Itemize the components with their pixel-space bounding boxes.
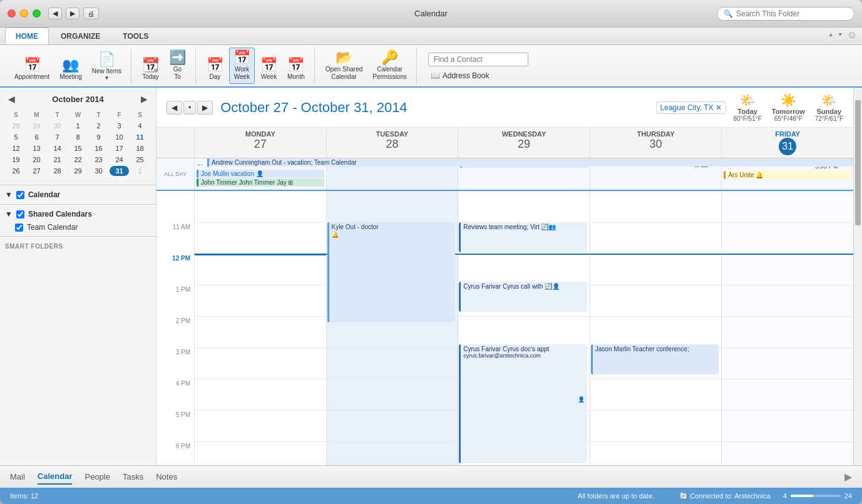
ribbon: 📅 Appointment 👥 Meeting 📄 New Items ▼ 📆 … — [0, 45, 862, 88]
day-view-button[interactable]: 📅 Day — [202, 55, 228, 84]
mini-cal-day[interactable]: 2 — [89, 121, 108, 131]
mini-cal-day[interactable]: 5 — [6, 132, 26, 142]
shared-calendars-checkbox[interactable] — [16, 210, 24, 219]
calendar-permissions-button[interactable]: 🔑 CalendarPermissions — [368, 48, 411, 84]
mini-cal-day[interactable]: 19 — [6, 155, 26, 165]
location-badge[interactable]: League City, TX ✕ — [656, 101, 726, 114]
week-view-button[interactable]: 📅 Week — [256, 55, 282, 84]
allday-span-event[interactable]: Andrew Cunningham Out - vacation; Team C… — [207, 158, 853, 167]
mini-cal-day[interactable]: 23 — [89, 155, 108, 165]
mini-cal-day[interactable]: 12 — [6, 143, 26, 153]
mini-cal-today[interactable]: 31 — [110, 166, 129, 176]
mini-cal-day[interactable]: 29 — [27, 121, 46, 131]
time-cell-thu-2 — [590, 316, 722, 347]
nav-mail[interactable]: Mail — [10, 470, 25, 484]
today-icon: 📆 — [142, 58, 159, 72]
ribbon-scroll-up[interactable]: ▲ — [828, 32, 834, 38]
mini-cal-day[interactable]: 11 — [130, 132, 150, 142]
nav-notes[interactable]: Notes — [156, 470, 177, 484]
event-cyrus-call-title: Cyrus Farivar Cyrus call with 🔄👤 — [463, 283, 585, 290]
maximize-button[interactable] — [33, 9, 41, 18]
today-button[interactable]: 📆 Today — [138, 55, 163, 84]
appointment-button[interactable]: 📅 Appointment — [10, 55, 54, 84]
calendar-checkbox[interactable] — [16, 191, 24, 199]
mini-cal-day[interactable]: 30 — [48, 121, 67, 131]
cal-time-scroll[interactable]: 11 AM 12 PM — [156, 191, 853, 465]
address-book-button[interactable]: 📖 Address Book — [428, 70, 528, 81]
scrollbar-thumb[interactable] — [855, 100, 861, 225]
time-cell-thu-5 — [590, 410, 722, 441]
time-cell-fri-6 — [721, 441, 853, 465]
minimize-button[interactable] — [20, 9, 28, 18]
month-view-button[interactable]: 📅 Month — [283, 55, 309, 84]
search-input[interactable] — [736, 9, 848, 18]
mini-cal-day[interactable]: 17 — [110, 143, 129, 153]
event-cyrus-doc[interactable]: Cyrus Farivar Cyrus doc's appt cyrus.far… — [459, 344, 587, 463]
mini-cal-day[interactable]: 3 — [110, 121, 129, 131]
mini-cal-day[interactable]: 30 — [89, 166, 108, 176]
allday-event-joe[interactable]: Joe Mullin vacation 👤 — [197, 170, 324, 178]
sidebar-shared-calendars-section[interactable]: ▼ Shared Calendars — [0, 207, 156, 221]
mini-cal-day[interactable]: 20 — [27, 155, 46, 165]
mini-cal-day[interactable]: 9 — [89, 132, 108, 142]
print-button[interactable]: 🖨 — [83, 8, 99, 19]
mini-cal-day[interactable]: 25 — [130, 155, 150, 165]
mini-cal-day[interactable]: 14 — [48, 143, 67, 153]
go-to-button[interactable]: ➡️ GoTo — [165, 48, 190, 84]
tab-home[interactable]: HOME — [5, 28, 49, 44]
nav-expand-arrow[interactable]: ▶ — [844, 471, 852, 483]
allday-event-john[interactable]: John Timmer John Timmer Jay ⊞ — [197, 178, 324, 187]
mini-cal-day[interactable]: 28 — [6, 121, 26, 131]
meeting-button[interactable]: 👥 Meeting — [55, 55, 86, 84]
mini-cal-day[interactable]: 10 — [110, 132, 129, 142]
nav-calendar[interactable]: Calendar — [38, 469, 73, 485]
work-week-view-button[interactable]: 📅 WorkWeek — [229, 48, 255, 84]
mini-cal-day[interactable]: 4 — [130, 121, 150, 131]
mini-cal-day[interactable]: 7 — [48, 132, 67, 142]
mini-cal-day[interactable]: 13 — [27, 143, 46, 153]
mini-cal-day[interactable]: 24 — [110, 155, 129, 165]
team-calendar-checkbox[interactable] — [15, 224, 23, 232]
mini-cal-day[interactable]: 8 — [68, 132, 88, 142]
find-contact-input[interactable] — [428, 53, 528, 66]
close-button[interactable] — [8, 9, 16, 18]
tab-organize[interactable]: ORGANIZE — [50, 28, 111, 44]
mini-cal-day[interactable]: 1 — [130, 166, 150, 176]
mini-cal-day[interactable]: 16 — [89, 143, 108, 153]
sidebar-calendar-section[interactable]: ▼ Calendar — [0, 188, 156, 202]
cal-nav-today-dot[interactable]: • — [183, 101, 196, 115]
back-button[interactable]: ◀ — [48, 8, 62, 19]
mini-cal-day[interactable]: 15 — [68, 143, 88, 153]
forward-button[interactable]: ▶ — [66, 8, 80, 19]
allday-event-ars[interactable]: Ars Unite 🔔 — [724, 171, 851, 179]
mini-cal-prev[interactable]: ◀ — [5, 93, 18, 105]
nav-tasks[interactable]: Tasks — [123, 470, 143, 484]
mini-cal-day[interactable]: 27 — [27, 166, 46, 176]
open-shared-calendar-button[interactable]: 📂 Open SharedCalendar — [321, 48, 367, 84]
cal-nav-right-btn[interactable]: ▶ — [197, 101, 213, 115]
mini-cal-day[interactable]: 29 — [68, 166, 88, 176]
address-book-label: Address Book — [443, 71, 490, 80]
event-jason-teacher[interactable]: Jason Marlin Teacher conference; — [591, 344, 719, 374]
mini-cal-day[interactable]: 26 — [6, 166, 26, 176]
mini-cal-day[interactable]: 18 — [130, 143, 150, 153]
event-cyrus-call[interactable]: Cyrus Farivar Cyrus call with 🔄👤 — [459, 282, 587, 312]
sidebar-divider-3 — [0, 236, 156, 237]
event-kyle-out[interactable]: Kyle Out - doctor 🔔 — [327, 222, 456, 322]
mini-cal-day[interactable]: 21 — [48, 155, 67, 165]
allday-left-arrow[interactable]: ← — [196, 160, 205, 170]
ribbon-scroll-down[interactable]: ▼ — [838, 32, 843, 38]
sidebar-team-calendar[interactable]: Team Calendar — [0, 221, 156, 234]
col-header-tue: TUESDAY 28 — [326, 128, 458, 158]
cal-nav-left-btn[interactable]: ◀ — [167, 101, 182, 115]
mini-cal-day[interactable]: 1 — [68, 121, 88, 131]
new-items-button[interactable]: 📄 New Items ▼ — [88, 49, 126, 84]
mini-cal-next[interactable]: ▶ — [138, 93, 151, 105]
mini-cal-day[interactable]: 22 — [68, 155, 88, 165]
tab-tools[interactable]: TOOLS — [112, 28, 159, 44]
event-reviews-meeting[interactable]: Reviews team meeting; Virt 🔄👥 — [459, 222, 587, 252]
search-box[interactable]: 🔍 — [717, 7, 854, 21]
nav-people[interactable]: People — [85, 470, 110, 484]
mini-cal-day[interactable]: 28 — [48, 166, 67, 176]
mini-cal-day[interactable]: 6 — [27, 132, 46, 142]
